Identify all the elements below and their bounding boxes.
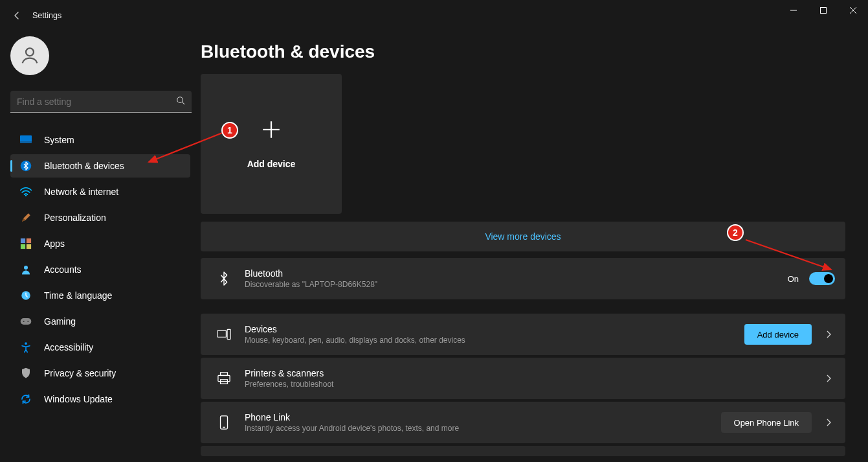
printers-title: Printers & scanners [245,368,822,378]
nav-personalization[interactable]: Personalization [10,206,190,229]
nav-label: Gaming [44,316,76,327]
close-button[interactable] [838,0,868,21]
page-title: Bluetooth & devices [201,41,868,62]
nav-label: Bluetooth & devices [44,161,124,171]
svg-rect-17 [21,318,32,325]
svg-rect-24 [227,329,230,339]
update-icon [18,391,34,407]
nav-windows-update[interactable]: Windows Update [10,387,190,411]
nav-system[interactable]: System [10,128,190,152]
shield-icon [18,365,34,381]
accessibility-icon [18,340,34,355]
nav-network[interactable]: Network & internet [10,180,190,203]
nav-label: Apps [44,238,65,249]
svg-rect-14 [27,244,31,249]
nav-time-language[interactable]: Time & language [10,284,190,307]
display-icon [18,132,34,148]
nav-label: Personalization [44,213,106,223]
svg-point-19 [27,321,28,322]
bluetooth-icon [18,158,34,174]
person-icon [18,262,34,277]
window-title: Settings [32,11,61,20]
sidebar: System Bluetooth & devices Network & int… [0,31,201,462]
devices-row[interactable]: Devices Mouse, keyboard, pen, audio, dis… [201,314,845,355]
back-button[interactable] [5,4,28,27]
svg-point-10 [25,195,27,197]
phone-subtitle: Instantly access your Android device's p… [245,424,721,433]
nav-label: Accessibility [44,342,93,352]
main-content: Bluetooth & devices Add device View more… [201,31,868,462]
phone-title: Phone Link [245,412,721,422]
minimize-button[interactable] [779,0,808,21]
chevron-right-icon [822,419,835,426]
nav-accessibility[interactable]: Accessibility [10,336,190,359]
svg-rect-8 [20,141,32,143]
nav-list: System Bluetooth & devices Network & int… [10,128,190,411]
devices-icon [211,329,237,340]
nav-gaming[interactable]: Gaming [10,310,190,333]
devices-title: Devices [245,324,744,334]
bluetooth-symbol-icon [211,271,237,286]
svg-rect-12 [27,238,31,243]
search-icon [176,96,185,108]
chevron-right-icon [822,375,835,382]
svg-rect-1 [821,8,827,14]
printer-icon [211,372,237,385]
bluetooth-state-label: On [788,274,799,284]
wifi-icon [18,184,34,200]
annotation-badge-1: 1 [221,122,238,139]
view-more-devices-button[interactable]: View more devices [201,222,845,251]
plus-icon [260,119,282,143]
title-bar: Settings [0,0,868,31]
user-avatar[interactable] [10,36,49,75]
maximize-button[interactable] [808,0,838,21]
add-device-label: Add device [247,159,296,169]
nav-label: Time & language [44,290,112,301]
nav-bluetooth-devices[interactable]: Bluetooth & devices [10,154,190,178]
search-field-wrap[interactable] [10,91,192,113]
window-controls [779,0,868,21]
nav-accounts[interactable]: Accounts [10,258,190,281]
svg-point-4 [26,48,34,56]
add-device-button[interactable]: Add device [744,324,812,345]
svg-rect-23 [217,330,227,337]
svg-rect-26 [218,375,230,381]
printers-subtitle: Preferences, troubleshoot [245,380,822,389]
svg-point-18 [23,321,25,322]
annotation-badge-2: 2 [727,224,744,241]
bluetooth-title: Bluetooth [245,268,788,279]
svg-rect-25 [221,373,228,376]
bluetooth-toggle[interactable] [809,272,835,285]
nav-privacy-security[interactable]: Privacy & security [10,362,190,385]
devices-subtitle: Mouse, keyboard, pen, audio, displays an… [245,336,744,345]
nav-label: Network & internet [44,187,118,197]
nav-label: Windows Update [44,394,113,404]
svg-rect-11 [21,238,25,243]
view-more-label: View more devices [485,231,561,242]
apps-icon [18,236,34,251]
clock-icon [18,288,34,303]
svg-point-20 [25,342,27,345]
bluetooth-subtitle: Discoverable as "LAPTOP-8D66K528" [245,280,788,289]
svg-point-15 [24,266,28,270]
svg-point-5 [177,97,183,102]
nav-label: System [44,135,74,145]
phone-icon [211,415,237,430]
nav-label: Privacy & security [44,368,116,378]
nav-label: Accounts [44,264,82,275]
phone-link-row[interactable]: Phone Link Instantly access your Android… [201,402,845,443]
search-input[interactable] [17,97,168,107]
chevron-right-icon [822,330,835,338]
open-phone-link-button[interactable]: Open Phone Link [721,412,812,433]
bluetooth-toggle-row: Bluetooth Discoverable as "LAPTOP-8D66K5… [201,258,845,299]
partial-row [201,446,845,456]
svg-rect-13 [21,244,25,249]
paintbrush-icon [18,210,34,225]
printers-row[interactable]: Printers & scanners Preferences, trouble… [201,358,845,399]
add-device-tile[interactable]: Add device [201,74,342,214]
nav-apps[interactable]: Apps [10,232,190,255]
svg-line-6 [183,102,185,104]
gamepad-icon [18,314,34,329]
